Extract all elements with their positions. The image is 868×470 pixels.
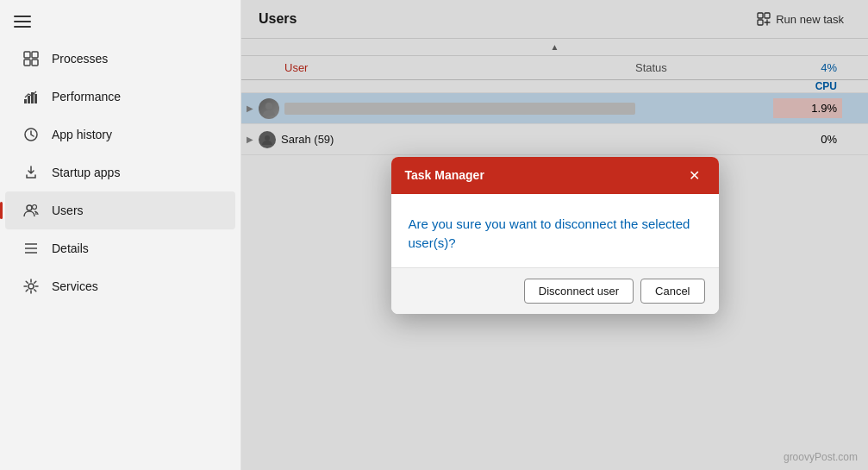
sidebar-item-services[interactable]: Services xyxy=(5,267,235,305)
modal-overlay: Task Manager ✕ Are you sure you want to … xyxy=(241,0,868,470)
svg-point-14 xyxy=(28,284,34,289)
svg-rect-2 xyxy=(24,60,30,66)
details-icon xyxy=(22,240,40,257)
disconnect-user-button[interactable]: Disconnect user xyxy=(524,279,634,304)
svg-rect-1 xyxy=(32,52,38,58)
main-content: Users Run new task ▲ User Status 4% xyxy=(241,0,868,470)
dialog-title: Task Manager xyxy=(405,168,484,182)
services-label: Services xyxy=(52,279,98,293)
svg-point-9 xyxy=(27,205,32,210)
svg-rect-3 xyxy=(32,60,38,66)
users-label: Users xyxy=(52,204,84,217)
sidebar-item-processes[interactable]: Processes xyxy=(5,40,235,78)
sidebar: Processes Performance App history xyxy=(0,0,241,470)
processes-label: Processes xyxy=(52,52,108,66)
cancel-button[interactable]: Cancel xyxy=(640,279,704,304)
sidebar-item-users[interactable]: Users xyxy=(5,191,235,229)
dialog-header: Task Manager ✕ xyxy=(391,157,719,194)
dialog-body: Are you sure you want to disconnect the … xyxy=(391,194,719,267)
app-history-icon xyxy=(22,126,40,143)
hamburger-icon xyxy=(14,16,31,28)
svg-rect-7 xyxy=(34,94,37,103)
sidebar-item-startup-apps[interactable]: Startup apps xyxy=(5,154,235,191)
dialog-close-button[interactable]: ✕ xyxy=(684,166,705,185)
sidebar-item-app-history[interactable]: App history xyxy=(5,116,235,154)
sidebar-item-performance[interactable]: Performance xyxy=(5,78,235,116)
svg-rect-4 xyxy=(24,99,27,103)
performance-label: Performance xyxy=(52,90,121,103)
dialog-footer: Disconnect user Cancel xyxy=(391,267,719,314)
services-icon xyxy=(22,278,40,295)
processes-icon xyxy=(22,50,40,67)
dialog-message: Are you sure you want to disconnect the … xyxy=(409,215,702,254)
details-label: Details xyxy=(52,241,89,255)
startup-apps-label: Startup apps xyxy=(52,166,120,179)
users-icon xyxy=(22,202,40,219)
startup-apps-icon xyxy=(22,164,40,181)
svg-point-10 xyxy=(33,205,37,210)
hamburger-menu[interactable] xyxy=(0,7,240,40)
dialog: Task Manager ✕ Are you sure you want to … xyxy=(391,157,719,314)
svg-rect-0 xyxy=(24,52,30,58)
sidebar-item-details[interactable]: Details xyxy=(5,229,235,267)
app-history-label: App history xyxy=(52,128,112,141)
svg-rect-5 xyxy=(28,96,30,103)
performance-icon xyxy=(22,88,40,105)
